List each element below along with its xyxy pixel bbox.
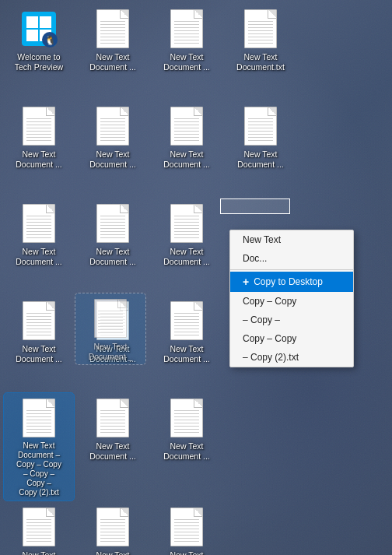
desktop-icon-welcome[interactable]: 🐧 Welcome to Tech Preview — [4, 4, 74, 75]
context-menu-item-copy-2-txt[interactable]: – Copy (2).txt — [230, 348, 353, 367]
desktop-icon-4[interactable]: New TextDocument ... — [4, 101, 74, 172]
file-icon-10 — [168, 202, 205, 245]
icons-grid: 🐧 Welcome to Tech Preview New TextDocume… — [0, 0, 392, 555]
file-icon-6 — [168, 104, 205, 148]
context-menu-item-label-copy-copy: Copy – Copy — [243, 296, 296, 307]
desktop-icon-dragging: New TextDocument _ — [75, 293, 145, 364]
context-menu-item-copy-to-desktop[interactable]: + Copy to Desktop — [230, 272, 353, 292]
icon-label-14: New TextDocument –Copy – Copy– Copy –Cop… — [16, 441, 61, 497]
file-icon-dragging — [92, 297, 129, 340]
icon-label-5: New TextDocument ... — [89, 149, 136, 169]
desktop-icon-15[interactable]: New TextDocument ... — [78, 393, 148, 464]
file-icon-8 — [20, 202, 58, 245]
desktop-icon-11[interactable]: New TextDocument ... — [4, 296, 74, 367]
context-menu-item-new-text[interactable]: New Text — [230, 230, 353, 249]
desktop-icon-17[interactable]: New Text — [4, 502, 74, 555]
icon-label-19: New Text — [170, 550, 204, 555]
svg-text:🐧: 🐧 — [44, 34, 56, 46]
context-menu-separator — [230, 269, 353, 270]
desktop-icon-19[interactable]: New Text — [152, 502, 222, 555]
context-menu-item-label-doc: Doc... — [243, 253, 267, 264]
file-icon-19 — [168, 505, 205, 549]
copy-to-desktop-icon: + — [243, 276, 249, 288]
svg-rect-3 — [26, 30, 38, 41]
context-menu-item-label-copy-minus: – Copy – — [243, 314, 280, 325]
desktop-icon-5[interactable]: New TextDocument ... — [78, 101, 148, 172]
icon-label-1: New TextDocument ... — [89, 52, 136, 72]
context-menu-item-label-new-text: New Text — [243, 234, 281, 245]
icon-label-10: New TextDocument ... — [163, 247, 210, 266]
file-icon-16 — [168, 396, 205, 440]
icon-label-dragging: New TextDocument _ — [89, 342, 133, 361]
icon-label-16: New TextDocument ... — [163, 441, 210, 461]
svg-rect-2 — [40, 16, 51, 28]
context-menu-item-doc[interactable]: Doc... — [230, 249, 353, 268]
icon-label-2: New TextDocument ... — [163, 52, 210, 72]
context-menu-item-label-copy-to-desktop: Copy to Desktop — [254, 276, 323, 287]
desktop-icon-16[interactable]: New TextDocument ... — [152, 393, 222, 464]
icon-label-6: New TextDocument ... — [163, 149, 210, 169]
icon-label-welcome: Welcome to Tech Preview — [15, 52, 63, 72]
icon-label-13: New TextDocument ... — [163, 344, 210, 364]
icon-label-15: New TextDocument ... — [89, 441, 136, 461]
icon-label-7: New TextDocument ... — [237, 149, 284, 169]
context-menu-item-copy-copy[interactable]: Copy – Copy — [230, 292, 353, 311]
context-menu-item-copy-copy-2[interactable]: Copy – Copy — [230, 329, 353, 348]
context-menu-item-label-copy-2-txt: – Copy (2).txt — [243, 352, 299, 363]
desktop-icon-2[interactable]: New TextDocument ... — [152, 4, 222, 75]
file-icon-1 — [94, 7, 131, 51]
file-icon-7 — [242, 104, 279, 148]
windows-logo-icon: 🐧 — [20, 7, 58, 51]
icon-label-3: New TextDocument.txt — [236, 52, 285, 72]
desktop-icon-6[interactable]: New TextDocument ... — [152, 101, 222, 172]
desktop: 🐧 Welcome to Tech Preview New TextDocume… — [0, 0, 392, 555]
file-icon-18 — [94, 505, 131, 549]
desktop-icon-9[interactable]: New TextDocument ... — [78, 198, 148, 269]
svg-rect-1 — [26, 16, 38, 28]
desktop-icon-3[interactable]: New TextDocument.txt — [226, 4, 296, 75]
file-icon-2 — [168, 7, 205, 51]
file-icon-17 — [20, 505, 58, 549]
selection-rectangle — [220, 198, 290, 214]
file-icon-15 — [94, 396, 131, 440]
desktop-icon-14[interactable]: New TextDocument –Copy – Copy– Copy –Cop… — [4, 393, 74, 501]
context-menu-item-label-copy-copy-2: Copy – Copy — [243, 333, 296, 344]
file-icon-5 — [94, 104, 131, 148]
file-icon-13 — [168, 299, 205, 342]
icon-label-4: New TextDocument ... — [16, 149, 62, 169]
icon-label-17: New Text — [23, 550, 56, 555]
icon-label-9: New TextDocument ... — [89, 247, 136, 266]
desktop-icon-18[interactable]: New Text — [78, 502, 148, 555]
context-menu-item-copy-minus[interactable]: – Copy – — [230, 311, 353, 329]
desktop-icon-7[interactable]: New TextDocument ... — [226, 101, 296, 172]
desktop-icon-13[interactable]: New TextDocument ... — [152, 296, 222, 367]
desktop-icon-1[interactable]: New TextDocument ... — [78, 4, 148, 75]
file-icon-9 — [94, 202, 131, 245]
file-icon-14 — [20, 396, 58, 440]
context-menu: New Text Doc... + Copy to Desktop Copy –… — [229, 230, 354, 367]
file-icon-11 — [20, 299, 58, 342]
desktop-icon-10[interactable]: New TextDocument ... — [152, 198, 222, 269]
file-icon-3 — [242, 7, 279, 51]
file-icon-4 — [20, 104, 58, 148]
icon-label-11: New TextDocument ... — [16, 344, 62, 364]
icon-label-8: New TextDocument ... — [16, 247, 62, 266]
icon-label-18: New Text — [96, 550, 130, 555]
desktop-icon-8[interactable]: New TextDocument ... — [4, 198, 74, 269]
